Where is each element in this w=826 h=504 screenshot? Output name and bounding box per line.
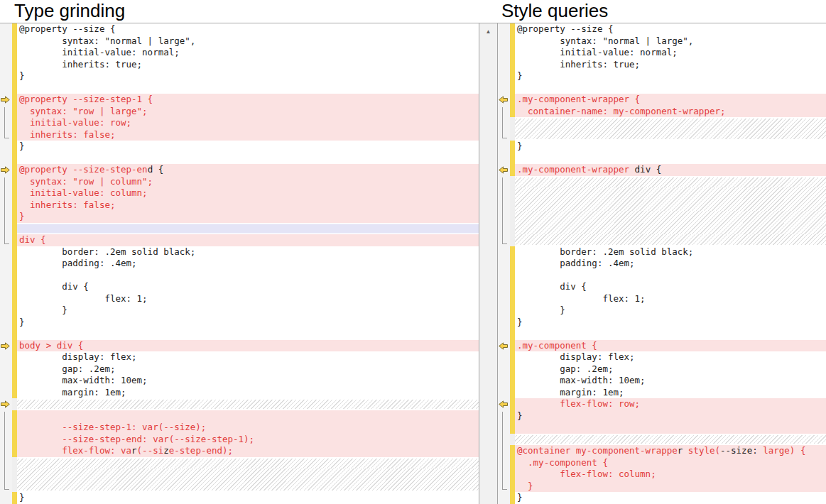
gutter-cell	[0, 351, 12, 363]
gutter-cell	[0, 141, 12, 153]
code-line-text: syntax: "normal | large",	[17, 35, 479, 48]
code-line: @property --size {	[0, 23, 479, 35]
merge-arrow-icon[interactable]	[499, 96, 508, 104]
code-line-text	[17, 153, 479, 165]
change-bar	[510, 164, 515, 176]
change-bar	[510, 258, 515, 270]
code-line: max-width: 10em;	[0, 375, 479, 387]
change-bar	[510, 422, 515, 434]
code-line: inherits: true;	[498, 59, 826, 71]
gutter-cell	[498, 258, 510, 270]
code-line-text: container-name: my-component-wrapper;	[515, 106, 826, 118]
gutter-cell	[498, 94, 510, 106]
merge-arrow-icon[interactable]	[1, 166, 10, 174]
code-line: gap: .2em;	[0, 363, 479, 376]
code-line: .my-component-wrapper {	[498, 94, 826, 106]
code-line: display: flex;	[498, 351, 826, 363]
code-line-text: flex-flow: row;	[515, 398, 826, 410]
code-line: inherits: true;	[0, 59, 479, 71]
change-bar	[12, 199, 17, 212]
merge-arrow-icon[interactable]	[499, 342, 508, 350]
code-line: @property --size {	[498, 23, 826, 35]
code-line: }	[0, 305, 479, 317]
gutter-cell	[0, 164, 12, 176]
scroll-up-icon[interactable]: ▲	[486, 28, 491, 35]
change-bar	[12, 59, 17, 71]
change-bar	[12, 141, 17, 153]
merge-arrow-icon[interactable]	[1, 96, 10, 104]
code-line-text	[515, 117, 826, 129]
code-line: }	[0, 492, 479, 504]
gutter-cell	[498, 351, 510, 363]
code-line-text: margin: 1em;	[17, 387, 479, 399]
code-line: syntax: "row | column";	[0, 176, 479, 188]
code-line-text: }	[515, 305, 826, 317]
code-line-text: flex-flow: var(--size-step-end);	[17, 445, 479, 457]
change-bar	[510, 351, 515, 363]
code-line-text: --size-step-end: var(--size-step-1);	[17, 434, 479, 446]
code-line: padding: .4em;	[0, 258, 479, 270]
change-bar	[510, 375, 515, 387]
code-line: @property --size-step-1 {	[0, 94, 479, 106]
code-line-text	[17, 270, 479, 282]
code-line-text	[515, 434, 826, 446]
code-line-text	[515, 153, 826, 165]
change-bar	[510, 281, 515, 293]
change-bar	[12, 23, 17, 35]
code-line-text	[515, 328, 826, 340]
code-line: }	[498, 70, 826, 82]
code-line	[498, 422, 826, 434]
code-line: inherits: false;	[0, 129, 479, 141]
change-bar	[510, 492, 515, 504]
code-line-text: .my-component {	[515, 457, 826, 469]
gutter-cell	[498, 35, 510, 48]
code-line-text	[515, 82, 826, 94]
code-line	[0, 398, 479, 410]
change-bar	[12, 270, 17, 282]
code-line	[0, 469, 479, 481]
code-line: div {	[498, 281, 826, 293]
gutter-cell	[0, 246, 12, 258]
gutter-cell	[498, 375, 510, 387]
code-line: @container my-component-wrapper style(--…	[498, 445, 826, 457]
code-line: }	[498, 305, 826, 317]
merge-arrow-icon[interactable]	[1, 342, 10, 350]
code-line-text: }	[17, 305, 479, 317]
code-line: @property --size-step-end {	[0, 164, 479, 176]
code-line-text: .my-component-wrapper div {	[515, 164, 826, 176]
change-bar	[510, 141, 515, 153]
code-line: initial-value: normal;	[498, 47, 826, 59]
change-bar	[510, 445, 515, 457]
code-line	[498, 82, 826, 94]
gutter-cell	[498, 363, 510, 376]
change-bar	[12, 398, 17, 410]
left-pane-title: Type grinding	[14, 0, 498, 21]
merge-arrow-icon[interactable]	[1, 400, 10, 408]
diff-block-bracket	[502, 412, 507, 491]
code-line: div {	[0, 234, 479, 246]
change-bar	[12, 258, 17, 270]
diff-block-bracket	[502, 177, 507, 244]
vertical-scrollbar[interactable]: ▲	[479, 23, 498, 504]
code-line-text	[17, 469, 479, 481]
change-bar	[12, 328, 17, 340]
gutter-cell	[498, 281, 510, 293]
change-bar	[510, 211, 515, 223]
change-bar	[510, 270, 515, 282]
code-line: initial-value: column;	[0, 187, 479, 199]
code-line: syntax: "row | large";	[0, 106, 479, 118]
code-line-text: flex-flow: column;	[515, 469, 826, 481]
gutter-cell	[0, 293, 12, 305]
merge-arrow-icon[interactable]	[499, 166, 508, 174]
code-line-text: }	[17, 492, 479, 504]
gutter-cell	[498, 340, 510, 352]
change-bar	[12, 211, 17, 223]
code-line-text	[515, 129, 826, 141]
code-line: }	[0, 317, 479, 329]
code-line: flex-flow: column;	[498, 469, 826, 481]
code-line-text: margin: 1em;	[515, 387, 826, 399]
merge-arrow-icon[interactable]	[499, 400, 508, 408]
code-line-text: inherits: true;	[17, 59, 479, 71]
code-line-text	[515, 176, 826, 188]
gutter-cell	[0, 153, 12, 165]
